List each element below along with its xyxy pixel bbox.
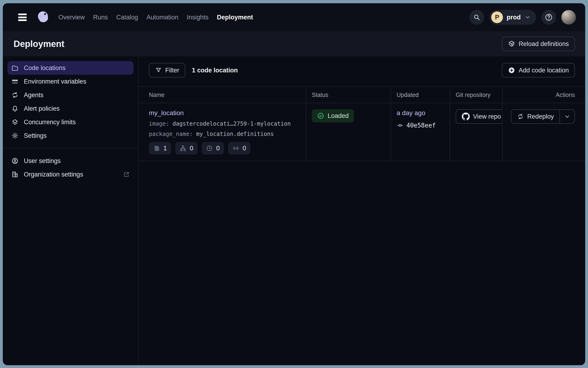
nav-item-insights[interactable]: Insights (187, 14, 209, 21)
page-header: Deployment Reload definitions (3, 31, 585, 57)
cell-actions: Redeploy (503, 103, 585, 161)
column-header-name: Name (139, 87, 306, 103)
dagster-logo-icon[interactable] (36, 9, 51, 25)
search-icon (473, 14, 481, 21)
github-icon (462, 112, 470, 120)
app-window: Overview Runs Catalog Automation Insight… (3, 3, 585, 365)
agents-icon (11, 91, 19, 99)
assets-icon (153, 145, 160, 152)
hamburger-menu-icon[interactable] (16, 12, 29, 22)
check-circle-icon (317, 112, 324, 120)
package-line: package_name: my_location.definitions (149, 131, 300, 137)
view-repo-button[interactable]: View repo (456, 109, 503, 124)
sidebar-item-label: Agents (24, 92, 43, 99)
sidebar-divider (3, 148, 138, 148)
jobs-count-chip[interactable]: 0 (175, 142, 198, 155)
user-avatar[interactable] (561, 10, 576, 25)
sidebar-item-organization-settings[interactable]: Organization settings (8, 168, 133, 181)
jobs-icon (180, 145, 187, 152)
filter-label: Filter (165, 67, 179, 74)
image-value: dagstercodelocati…2759-1-mylocation (172, 120, 291, 127)
cell-name: my_location image: dagstercodelocati…275… (139, 103, 306, 161)
updated-time-link[interactable]: a day ago (397, 109, 444, 117)
column-header-status: Status (306, 87, 391, 103)
redeploy-button[interactable]: Redeploy (511, 110, 560, 123)
plus-circle-icon (508, 66, 515, 74)
environment-name: prod (507, 14, 521, 21)
reload-definitions-icon (508, 40, 515, 48)
package-value: my_location.definitions (196, 131, 274, 137)
nav-item-runs[interactable]: Runs (93, 14, 108, 21)
column-header-updated: Updated (391, 87, 450, 103)
layers-icon (11, 118, 19, 126)
code-locations-table: Name Status Updated Git repository Actio… (139, 86, 585, 161)
table-row: my_location image: dagstercodelocati…275… (139, 103, 585, 161)
sidebar-item-label: User settings (24, 157, 61, 165)
search-button[interactable] (469, 10, 484, 25)
sensors-icon (232, 145, 239, 152)
environment-avatar: P (491, 11, 503, 23)
nav-item-catalog[interactable]: Catalog (116, 14, 138, 21)
view-repo-label: View repo (473, 113, 501, 120)
assets-count-chip[interactable]: 1 (149, 142, 171, 155)
image-label: image: (149, 120, 169, 127)
sidebar-item-agents[interactable]: Agents (8, 88, 133, 102)
redeploy-more-button[interactable] (560, 110, 574, 123)
building-icon (11, 171, 19, 178)
top-nav: Overview Runs Catalog Automation Insight… (3, 3, 585, 31)
sidebar-item-label: Environment variables (24, 78, 86, 85)
sidebar-item-label: Organization settings (24, 171, 83, 178)
git-commit-icon (397, 122, 404, 129)
sidebar-item-alert-policies[interactable]: Alert policies (8, 102, 133, 115)
redeploy-label: Redeploy (527, 113, 554, 120)
external-link-icon (123, 171, 130, 178)
help-button[interactable] (541, 10, 556, 25)
add-code-location-button[interactable]: Add code location (502, 63, 575, 78)
column-header-actions: Actions (503, 87, 585, 103)
assets-count: 1 (163, 145, 167, 152)
schedules-count-chip[interactable]: 0 (202, 142, 224, 155)
nav-item-automation[interactable]: Automation (147, 14, 179, 21)
jobs-count: 0 (190, 145, 193, 152)
chevron-down-icon (564, 113, 571, 120)
sidebar-item-label: Code locations (24, 64, 66, 72)
redeploy-split-button: Redeploy (511, 109, 575, 124)
sidebar-item-concurrency-limits[interactable]: Concurrency limits (8, 115, 133, 129)
sidebar-item-code-locations[interactable]: Code locations (8, 61, 133, 75)
nav-item-overview[interactable]: Overview (58, 14, 85, 21)
add-code-location-label: Add code location (519, 67, 569, 74)
code-location-count: 1 code location (192, 67, 238, 74)
definition-counts: 1 0 (149, 142, 300, 155)
cell-status: Loaded (306, 103, 391, 161)
code-location-link[interactable]: my_location (149, 109, 300, 117)
reload-definitions-button[interactable]: Reload definitions (502, 37, 575, 51)
filter-button[interactable]: Filter (149, 63, 185, 78)
filter-funnel-icon (155, 67, 162, 74)
image-line: image: dagstercodelocati…2759-1-mylocati… (149, 120, 300, 127)
sidebar-item-settings[interactable]: Settings (8, 129, 133, 142)
bell-icon (11, 105, 19, 112)
sidebar-item-label: Settings (24, 132, 47, 139)
sidebar-item-environment-variables[interactable]: Environment variables (8, 75, 133, 88)
deployment-sidebar: Code locations Environment variables (3, 57, 139, 365)
folder-icon (11, 64, 19, 72)
sensors-count: 0 (243, 145, 246, 152)
cell-git-repository: View repo (450, 103, 503, 161)
primary-nav: Overview Runs Catalog Automation Insight… (58, 14, 253, 21)
package-label: package_name: (149, 131, 193, 137)
environment-switcher[interactable]: P prod (489, 10, 536, 25)
column-header-git-repository: Git repository (450, 87, 503, 103)
schedules-icon (206, 145, 213, 152)
main-content: Filter 1 code location Add code location… (139, 57, 585, 365)
status-label: Loaded (328, 112, 349, 120)
user-circle-icon (11, 157, 19, 165)
status-badge: Loaded (312, 109, 354, 122)
sensors-count-chip[interactable]: 0 (228, 142, 250, 155)
top-nav-right: P prod (469, 10, 576, 25)
nav-item-deployment[interactable]: Deployment (217, 14, 253, 21)
redeploy-sync-icon (517, 113, 524, 120)
sidebar-item-label: Concurrency limits (24, 119, 76, 126)
chevron-down-icon (524, 14, 531, 20)
sidebar-item-user-settings[interactable]: User settings (8, 154, 133, 168)
env-vars-icon (11, 78, 19, 85)
